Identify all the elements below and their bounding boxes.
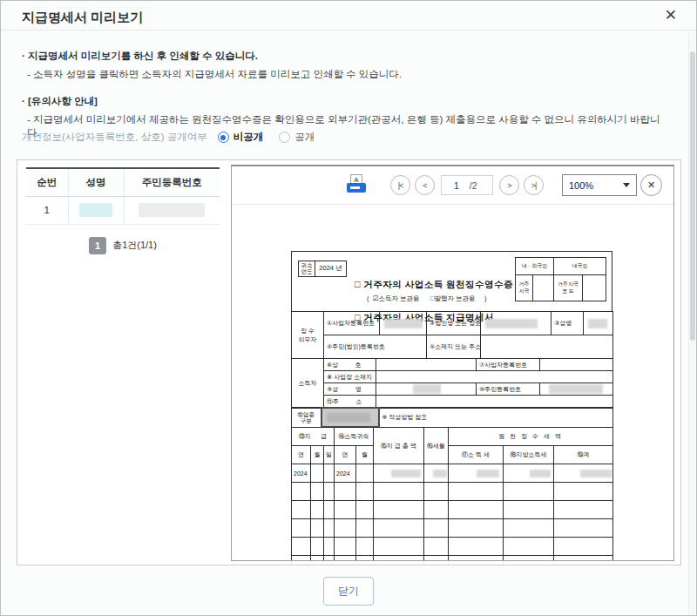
- row-name-cell[interactable]: [68, 196, 124, 224]
- pay-empty-row: [292, 483, 613, 501]
- notice-line: · 지급명세서 미리보기를 하신 후 인쇄할 수 있습니다.: [22, 50, 670, 64]
- pagination: 1 총1건(1/1): [26, 237, 220, 254]
- form-header: 귀속 연도 2024 년 □ 거주자의 사업소득 원천징수영수증 □ 거주자의 …: [291, 251, 612, 312]
- radio-private-label: 비공개: [233, 131, 264, 144]
- earner-table: 순번 성명 주민등록번호 1: [26, 167, 220, 225]
- nat-label: 내 · 외국인: [516, 258, 554, 275]
- withholding-receipt-form: 귀속 연도 2024 년 □ 거주자의 사업소득 원천징수영수증 □ 거주자의 …: [291, 251, 612, 560]
- masked-value: [384, 319, 423, 328]
- earner-side-label: 소득자: [292, 359, 324, 408]
- pay-subheader-year: 연: [292, 446, 311, 464]
- tax-sum-value: [554, 464, 613, 483]
- payment-detail-table: ⑬지 급 ⑭소득귀속 ⑮지 급 총 액 ⑯세율 원 천 징 수 세 액 연 월 …: [291, 427, 613, 560]
- year-label: 귀속 연도: [299, 261, 315, 277]
- income-earner-section: 소득자 ⑥상 호 ⑦사업자등록번호 ⑧ 사업장 소재지 ⑨성: [291, 358, 613, 408]
- field-8-label: ⑧ 사업장 소재지: [324, 371, 376, 383]
- zoom-select[interactable]: 100%: [562, 174, 637, 196]
- masked-name: [79, 203, 112, 217]
- checkbox-icon: □: [355, 279, 361, 289]
- residence-code-value: [583, 275, 606, 301]
- masked-value: [580, 470, 612, 477]
- field-10-label: ⑩주민등록번호: [477, 383, 540, 396]
- radio-public[interactable]: 공개: [279, 131, 315, 144]
- form-title-line2: 거주자의 사업소득 지급명세서: [363, 312, 494, 322]
- table-row: 1: [26, 196, 220, 224]
- viewer-close-button[interactable]: ✕: [640, 174, 662, 196]
- income-tax-value: [449, 464, 504, 483]
- pay-header-13: ⑬지 급: [292, 428, 335, 446]
- last-page-button[interactable]: >|: [524, 175, 544, 195]
- payment-statement-preview-dialog: 지급명세서 미리보기 ✕ · 지급명세서 미리보기를 하신 후 인쇄할 수 있습…: [0, 0, 697, 616]
- col-header-name: 성명: [68, 168, 124, 196]
- field-10-value: [540, 383, 613, 396]
- pay-subheader-month2: 월: [356, 446, 374, 464]
- residence-country-value: [533, 275, 554, 301]
- pay-data-row: 2024 2024: [292, 464, 613, 483]
- close-button[interactable]: 닫기: [323, 577, 374, 606]
- nat-value: 내국인: [554, 258, 606, 275]
- radio-private[interactable]: 비공개: [218, 131, 264, 144]
- close-icon[interactable]: ✕: [665, 8, 677, 23]
- residence-country-label: 거주 지국: [516, 275, 533, 301]
- page-1-button[interactable]: 1: [89, 237, 106, 254]
- masked-value: [588, 319, 607, 328]
- pay-subheader-day: 일: [324, 446, 335, 464]
- field-11-label: ⑪주 소: [324, 396, 376, 408]
- pay-empty-row: [292, 538, 613, 556]
- page-number-input[interactable]: 1 /2: [441, 175, 493, 195]
- masked-value: [413, 384, 441, 394]
- pay-subheader-month: 월: [311, 446, 324, 464]
- notice-line: - 소득자 성명을 클릭하면 소득자의 지급명세서 자료를 미리보고 인쇄할 수…: [27, 68, 670, 82]
- header-divider: [1, 30, 696, 30]
- dialog-title: 지급명세서 미리보기: [22, 10, 143, 26]
- page-navigation: |< < 1 /2 > >|: [390, 175, 548, 195]
- radio-public-label: 공개: [294, 131, 315, 144]
- pay-header-18: ⑱지방소득세: [504, 446, 554, 464]
- col-header-no: 순번: [26, 168, 68, 196]
- zoom-value: 100%: [569, 180, 593, 191]
- print-icon[interactable]: A: [345, 174, 368, 197]
- next-page-button[interactable]: >: [499, 175, 519, 195]
- scrollbar-thumb[interactable]: [690, 51, 695, 341]
- field-3-label: ③성명: [552, 312, 584, 335]
- document-page: 귀속 연도 2024 년 □ 거주자의 사업소득 원천징수영수증 □ 거주자의 …: [232, 206, 673, 560]
- page-total: /2: [470, 180, 477, 191]
- first-page-button[interactable]: |<: [390, 175, 410, 195]
- field-9-label: ⑨성 명: [324, 383, 376, 396]
- col-header-rrn: 주민등록번호: [124, 168, 220, 196]
- field-7-value: [540, 359, 613, 371]
- notice-block: · 지급명세서 미리보기를 하신 후 인쇄할 수 있습니다. - 소득자 성명을…: [22, 50, 670, 140]
- pagination-summary: 총1건(1/1): [112, 239, 157, 252]
- dialog-scrollbar[interactable]: [688, 32, 695, 614]
- row-rrn-cell: [124, 196, 220, 224]
- copy-type-line: ( ☑소득자 보관용 □발행자 보관용 ): [367, 294, 487, 303]
- privacy-disclosure-row: 개인정보(사업자등록번호, 상호) 공개여부 비공개 공개: [22, 131, 330, 144]
- tax-rate-value: [424, 464, 449, 483]
- earner-list-panel: 순번 성명 주민등록번호 1 1 총1건(1/1): [26, 167, 228, 254]
- masked-value: [391, 470, 421, 477]
- viewer-toolbar: A |< < 1 /2 > >| 100% ✕: [232, 166, 673, 205]
- pay-subheader-year2: 연: [335, 446, 356, 464]
- field-12-label: ⑫업종 구분: [292, 408, 321, 427]
- page-current: 1: [454, 180, 459, 191]
- chevron-down-icon: [623, 183, 630, 187]
- pay-empty-row: [292, 556, 613, 561]
- field-12-note: ※ 작성방법 참조: [379, 408, 613, 427]
- document-viewer: A |< < 1 /2 > >| 100% ✕: [231, 165, 674, 561]
- field-7-label: ⑦사업자등록번호: [477, 359, 540, 371]
- agent-side-label: 징 수 의무자: [292, 312, 324, 359]
- prev-page-button[interactable]: <: [415, 175, 435, 195]
- residence-code-label: 거주지국 코 드: [554, 275, 583, 301]
- printer-body: [347, 183, 366, 193]
- radio-selected-icon: [218, 132, 229, 143]
- pay-empty-row: [292, 501, 613, 519]
- business-type-row: ⑫업종 구분 ※ 작성방법 참조: [291, 407, 613, 428]
- total-amount-value: [374, 464, 424, 483]
- content-box: 순번 성명 주민등록번호 1 1 총1건(1/1) A: [17, 159, 681, 565]
- masked-value: [433, 470, 447, 477]
- masked-value: [530, 470, 551, 477]
- field-12-value: [321, 408, 379, 427]
- nationality-box: 내 · 외국인 내국인 거주 지국 거주지국 코 드: [515, 257, 606, 301]
- checkbox-icon: □: [355, 312, 361, 322]
- pay-header-16: ⑯세율: [424, 428, 449, 464]
